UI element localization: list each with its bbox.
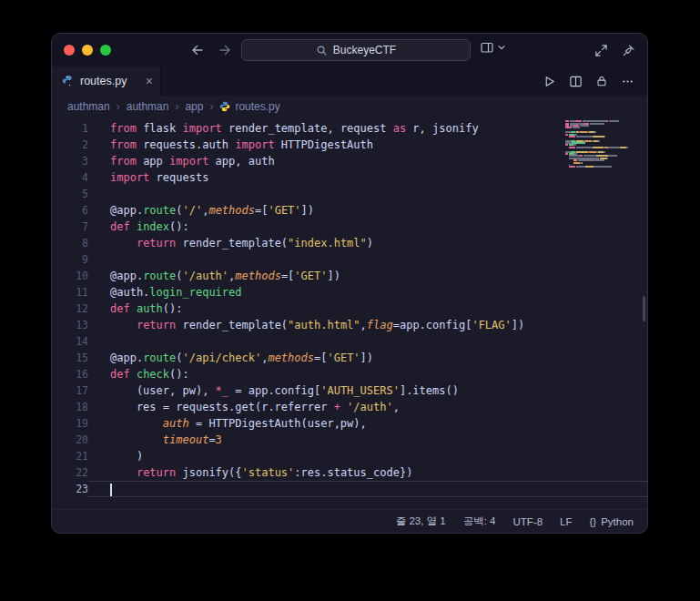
editor[interactable]: 1from flask import render_template, requ… <box>52 117 647 509</box>
line-number[interactable]: 16 <box>52 366 88 382</box>
line-number[interactable]: 22 <box>52 464 88 481</box>
status-bar: 줄 23, 열 1 공백: 4 UTF-8 LF {} Python <box>52 509 647 533</box>
line-number[interactable]: 12 <box>52 300 88 317</box>
code-line[interactable]: 7def index(): <box>52 219 647 235</box>
code-line[interactable]: 12def auth(): <box>52 300 647 317</box>
code-text: def check(): <box>88 366 647 382</box>
code-line[interactable]: 3from app import app, auth <box>52 153 647 169</box>
code-line[interactable]: 20 timeout=3 <box>52 432 647 448</box>
line-number[interactable]: 23 <box>52 481 88 497</box>
code-line[interactable]: 14 <box>52 333 647 350</box>
indentation-status[interactable]: 공백: 4 <box>463 514 496 528</box>
scrollbar-thumb[interactable] <box>643 296 645 321</box>
command-center-search[interactable]: BuckeyeCTF <box>241 39 471 61</box>
line-number[interactable]: 13 <box>52 317 88 333</box>
lock-icon[interactable] <box>595 75 608 87</box>
run-python-file-icon[interactable] <box>543 75 556 88</box>
line-number[interactable]: 2 <box>52 137 88 153</box>
braces-icon: {} <box>590 516 597 527</box>
code-text <box>88 333 647 350</box>
chevron-right-icon: › <box>209 100 213 113</box>
title-bar: BuckeyeCTF <box>52 34 647 66</box>
code-line[interactable]: 4import requests <box>52 169 647 186</box>
tab-routes-py[interactable]: routes.py × <box>52 66 161 96</box>
code-line[interactable]: 22 return jsonify({'status':res.status_c… <box>52 464 647 481</box>
code-line[interactable]: 13 return render_template("auth.html",fl… <box>52 317 647 333</box>
language-mode-status[interactable]: {} Python <box>590 516 634 527</box>
tab-label: routes.py <box>80 75 127 87</box>
minimap[interactable] <box>565 120 633 170</box>
text-cursor <box>110 484 112 496</box>
layout-control[interactable] <box>480 40 506 55</box>
line-number[interactable]: 3 <box>52 153 88 169</box>
python-icon <box>219 101 230 112</box>
breadcrumb-item[interactable]: authman <box>67 100 110 113</box>
code-line[interactable]: 18 res = requests.get(r.referrer + '/aut… <box>52 399 647 415</box>
line-number[interactable]: 7 <box>52 219 88 235</box>
minimize-window-button[interactable] <box>82 45 93 56</box>
code-text: from app import app, auth <box>88 153 647 169</box>
more-actions-icon[interactable] <box>621 75 634 88</box>
code-line[interactable]: 8 return render_template("index.html") <box>52 235 647 251</box>
code-text: ) <box>88 448 647 464</box>
line-number[interactable]: 11 <box>52 284 88 300</box>
split-editor-icon[interactable] <box>569 75 583 88</box>
code-line[interactable]: 17 (user, pw), *_ = app.config['AUTH_USE… <box>52 382 647 399</box>
breadcrumb-item[interactable]: app <box>185 100 203 113</box>
line-number[interactable]: 18 <box>52 399 88 415</box>
line-number[interactable]: 8 <box>52 235 88 251</box>
code-line[interactable]: 9 <box>52 251 647 268</box>
zoom-window-button[interactable] <box>100 45 111 56</box>
titlebar-right-actions <box>594 34 635 66</box>
code-line[interactable]: 2from requests.auth import HTTPDigestAut… <box>52 137 647 153</box>
minimap-line <box>565 147 633 148</box>
vscode-window: BuckeyeCTF <box>51 33 648 534</box>
history-nav <box>190 34 232 66</box>
code-line[interactable]: 6@app.route('/',methods=['GET']) <box>52 202 647 219</box>
code-line[interactable]: 11@auth.login_required <box>52 284 647 300</box>
code-text: def index(): <box>88 219 647 235</box>
close-window-button[interactable] <box>64 45 75 56</box>
line-number[interactable]: 5 <box>52 186 88 202</box>
forward-icon[interactable] <box>218 43 232 57</box>
code-line[interactable]: 1from flask import render_template, requ… <box>52 120 647 137</box>
code-line[interactable]: 19 auth = HTTPDigestAuth(user,pw), <box>52 415 647 432</box>
expand-fullscreen-icon[interactable] <box>594 44 608 57</box>
line-number[interactable]: 14 <box>52 333 88 350</box>
code-line[interactable]: 21 ) <box>52 448 647 464</box>
code-text: return render_template("auth.html",flag=… <box>88 317 647 333</box>
code-line[interactable]: 10@app.route('/auth',methods=['GET']) <box>52 268 647 284</box>
code-area: 1from flask import render_template, requ… <box>52 120 647 497</box>
python-icon <box>62 75 75 87</box>
line-number[interactable]: 17 <box>52 382 88 399</box>
line-number[interactable]: 21 <box>52 448 88 464</box>
code-line[interactable]: 16def check(): <box>52 366 647 382</box>
breadcrumb-item-file[interactable]: routes.py <box>219 100 279 113</box>
code-text: auth = HTTPDigestAuth(user,pw), <box>88 415 647 432</box>
line-number[interactable]: 20 <box>52 432 88 448</box>
line-number[interactable]: 6 <box>52 202 88 219</box>
code-text <box>88 186 647 202</box>
close-tab-icon[interactable]: × <box>146 75 153 87</box>
line-number[interactable]: 4 <box>52 169 88 186</box>
minimap-line <box>565 168 633 170</box>
line-number[interactable]: 19 <box>52 415 88 432</box>
eol-status[interactable]: LF <box>560 516 572 527</box>
line-number[interactable]: 1 <box>52 120 88 137</box>
pin-icon[interactable] <box>622 44 635 57</box>
code-text: @app.route('/',methods=['GET']) <box>88 202 647 219</box>
code-line[interactable]: 15@app.route('/api/check',methods=['GET'… <box>52 350 647 366</box>
encoding-status[interactable]: UTF-8 <box>512 516 543 527</box>
search-value: BuckeyeCTF <box>333 44 396 56</box>
code-text: def auth(): <box>88 300 647 317</box>
breadcrumb: authman › authman › app › routes.py <box>52 96 647 117</box>
code-text: res = requests.get(r.referrer + '/auth', <box>88 399 647 415</box>
code-line[interactable]: 23 <box>52 481 647 497</box>
code-line[interactable]: 5 <box>52 186 647 202</box>
back-icon[interactable] <box>190 43 205 57</box>
cursor-position-status[interactable]: 줄 23, 열 1 <box>396 514 446 528</box>
line-number[interactable]: 9 <box>52 251 88 268</box>
line-number[interactable]: 15 <box>52 350 88 366</box>
line-number[interactable]: 10 <box>52 268 88 284</box>
breadcrumb-item[interactable]: authman <box>127 100 169 113</box>
